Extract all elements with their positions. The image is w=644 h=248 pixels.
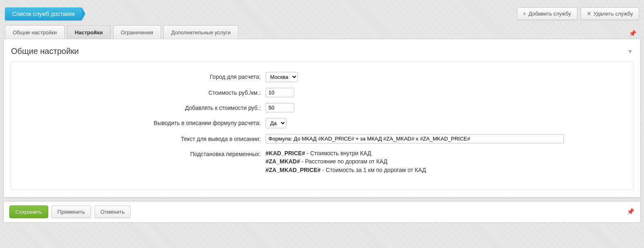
tabs-pin: 📌 — [629, 27, 639, 39]
plus-icon: + — [523, 11, 526, 17]
var-line: #KAD_PRICE# - Стоимость внутри КАД — [266, 149, 624, 157]
save-button[interactable]: Сохранить — [9, 206, 48, 218]
add-service-button[interactable]: + Добавить службу — [517, 7, 577, 20]
top-bar: Список служб доставки + Добавить службу … — [0, 0, 644, 25]
breadcrumb[interactable]: Список служб доставки — [5, 7, 82, 20]
label-vars: Подстановка переменных: — [20, 149, 266, 157]
var-line: #ZA_MKAD_PRICE# - Стоимость за 1 км по д… — [266, 166, 624, 174]
row-city: Город для расчета: Москва — [20, 72, 624, 82]
footer-actions: Сохранить Применить Отменить 📌 — [3, 201, 641, 223]
tab-general[interactable]: Общие настройки — [5, 25, 65, 39]
tabs: Общие настройки Настройки Ограничения До… — [0, 25, 644, 39]
add-service-label: Добавить службу — [528, 11, 571, 17]
settings-panel: Общие настройки ▼ Город для расчета: Мос… — [3, 39, 641, 198]
add-cost-input[interactable] — [266, 103, 294, 112]
delete-service-button[interactable]: ✕ Удалить службу — [581, 7, 639, 20]
label-add-cost: Добавлять к стоимости руб.: — [20, 103, 266, 111]
breadcrumb-title: Список служб доставки — [12, 11, 75, 17]
cancel-button[interactable]: Отменить — [94, 206, 131, 218]
vars-block: #KAD_PRICE# - Стоимость внутри КАД #ZA_M… — [266, 149, 624, 174]
desc-text-input[interactable] — [266, 134, 564, 143]
tab-settings[interactable]: Настройки — [67, 25, 111, 39]
collapse-icon[interactable]: ▼ — [627, 48, 633, 55]
row-add-cost: Добавлять к стоимости руб.: — [20, 103, 624, 112]
row-show-formula: Выводить в описании формулу расчета: Да — [20, 118, 624, 128]
cost-input[interactable] — [266, 88, 294, 97]
close-icon: ✕ — [587, 11, 591, 17]
panel-header: Общие настройки ▼ — [10, 45, 634, 62]
label-city: Город для расчета: — [20, 72, 266, 80]
label-show-formula: Выводить в описании формулу расчета: — [20, 118, 266, 126]
label-cost: Стоимость руб./км.: — [20, 88, 266, 96]
row-desc-text: Текст для вывода в описании: — [20, 134, 624, 143]
show-formula-select[interactable]: Да — [266, 118, 286, 128]
city-select[interactable]: Москва — [266, 72, 298, 82]
panel-title: Общие настройки — [11, 47, 79, 56]
pin-icon[interactable]: 📌 — [627, 208, 635, 215]
form-box: Город для расчета: Москва Стоимость руб.… — [10, 62, 634, 190]
delete-service-label: Удалить службу — [594, 11, 633, 17]
top-actions: + Добавить службу ✕ Удалить службу — [517, 7, 639, 20]
apply-button[interactable]: Применить — [51, 206, 91, 218]
pin-icon[interactable]: 📌 — [629, 30, 637, 37]
tab-extra[interactable]: Дополнительные услуги — [163, 25, 238, 39]
label-desc-text: Текст для вывода в описании: — [20, 134, 266, 142]
row-cost: Стоимость руб./км.: — [20, 88, 624, 97]
var-line: #ZA_MKAD# - Расстояние по дорогам от КАД — [266, 157, 624, 165]
row-vars: Подстановка переменных: #KAD_PRICE# - Ст… — [20, 149, 624, 174]
tab-restrictions[interactable]: Ограничения — [113, 25, 161, 39]
